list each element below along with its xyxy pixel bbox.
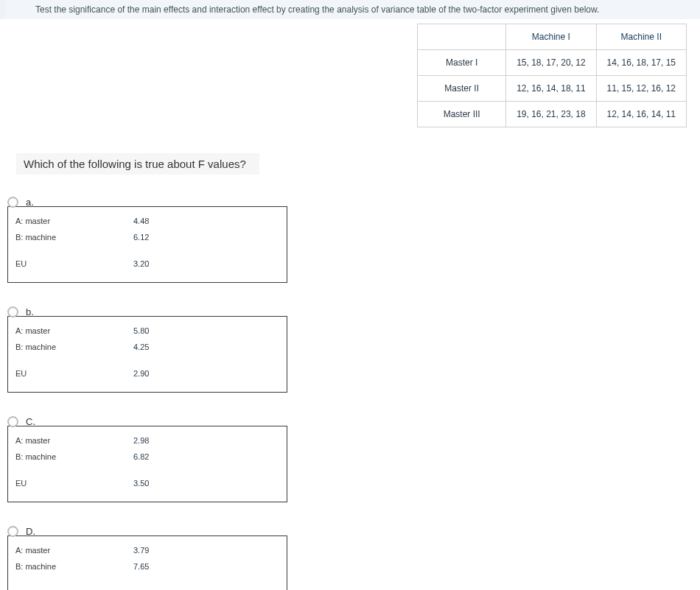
- option-d[interactable]: D. A: master3.79 B: machine7.65 EU3.96: [7, 526, 700, 590]
- cell: 12, 14, 16, 14, 11: [596, 102, 686, 127]
- label-a: A: master: [15, 326, 133, 335]
- option-head: C.: [7, 416, 700, 427]
- label-eu: EU: [15, 369, 133, 378]
- table-row: Master II 12, 16, 14, 18, 11 11, 15, 12,…: [418, 76, 687, 102]
- data-table: Machine I Machine II Master I 15, 18, 17…: [417, 24, 687, 127]
- radio-icon[interactable]: [7, 197, 18, 208]
- question-text: Which of the following is true about F v…: [16, 153, 259, 175]
- option-box: A: master3.79 B: machine7.65 EU3.96: [7, 535, 287, 590]
- option-letter: C.: [26, 416, 35, 427]
- value-a: 4.48: [133, 217, 149, 225]
- value-a: 3.79: [133, 546, 149, 555]
- question-label: Which of the following is true about F v…: [24, 158, 246, 170]
- value-eu: 3.20: [133, 259, 149, 268]
- label-b: B: machine: [15, 343, 133, 351]
- cell: 11, 15, 12, 16, 12: [596, 76, 686, 102]
- value-b: 4.25: [133, 343, 149, 351]
- cell: 15, 18, 17, 20, 12: [506, 50, 596, 76]
- value-eu: 2.90: [133, 369, 149, 378]
- table-row: Master III 19, 16, 21, 23, 18 12, 14, 16…: [418, 102, 687, 127]
- option-box: A: master2.98 B: machine6.82 EU3.50: [7, 426, 287, 502]
- value-b: 6.82: [133, 452, 149, 461]
- col-header-2: Machine II: [596, 24, 686, 50]
- row-header: Master I: [418, 50, 506, 76]
- row-header: Master II: [418, 76, 506, 102]
- instruction-bar: Test the significance of the main effect…: [0, 0, 700, 19]
- table-corner: [418, 24, 506, 50]
- label-a: A: master: [15, 436, 133, 445]
- instruction-text: Test the significance of the main effect…: [35, 4, 599, 15]
- col-header-1: Machine I: [506, 24, 596, 50]
- label-b: B: machine: [15, 562, 133, 571]
- options-area: a. A: master4.48 B: machine6.12 EU3.20 b…: [0, 197, 700, 590]
- option-b[interactable]: b. A: master5.80 B: machine4.25 EU2.90: [7, 306, 700, 396]
- radio-icon[interactable]: [7, 306, 18, 317]
- option-head: b.: [7, 306, 700, 317]
- value-b: 6.12: [133, 233, 149, 242]
- cell: 12, 16, 14, 18, 11: [506, 76, 596, 102]
- cell: 19, 16, 21, 23, 18: [506, 102, 596, 127]
- radio-icon[interactable]: [7, 526, 18, 537]
- option-letter: a.: [26, 197, 34, 208]
- option-letter: D.: [26, 526, 35, 537]
- label-b: B: machine: [15, 233, 133, 242]
- table-row: Master I 15, 18, 17, 20, 12 14, 16, 18, …: [418, 50, 687, 76]
- label-eu: EU: [15, 259, 133, 268]
- option-head: a.: [7, 197, 700, 208]
- value-b: 7.65: [133, 562, 149, 571]
- option-c[interactable]: C. A: master2.98 B: machine6.82 EU3.50: [7, 416, 700, 505]
- cell: 14, 16, 18, 17, 15: [596, 50, 686, 76]
- label-b: B: machine: [15, 452, 133, 461]
- value-a: 5.80: [133, 326, 149, 335]
- label-a: A: master: [15, 546, 133, 555]
- option-a[interactable]: a. A: master4.48 B: machine6.12 EU3.20: [7, 197, 700, 286]
- radio-icon[interactable]: [7, 416, 18, 427]
- value-a: 2.98: [133, 436, 149, 445]
- option-letter: b.: [26, 306, 34, 317]
- option-box: A: master5.80 B: machine4.25 EU2.90: [7, 316, 287, 393]
- label-eu: EU: [15, 479, 133, 488]
- option-box: A: master4.48 B: machine6.12 EU3.20: [7, 206, 287, 283]
- top-area: Machine I Machine II Master I 15, 18, 17…: [0, 24, 700, 149]
- value-eu: 3.50: [133, 479, 149, 488]
- row-header: Master III: [418, 102, 506, 127]
- label-a: A: master: [15, 217, 133, 225]
- option-head: D.: [7, 526, 700, 537]
